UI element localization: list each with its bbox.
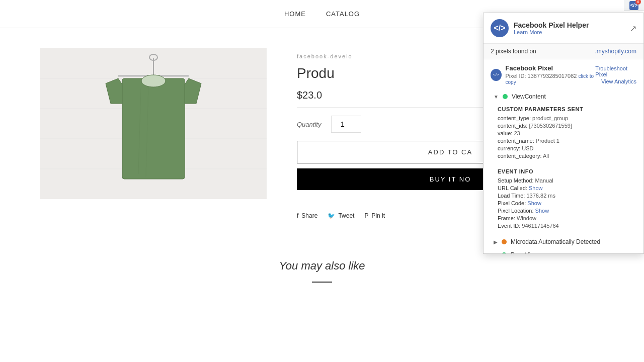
event-id-key: Event ID: [498,223,522,229]
panel-header: </> Facebook Pixel Helper Learn More ↗ [484,13,643,44]
pageview-chevron: ▶ [494,252,498,254]
microdata-chevron: ▶ [494,239,498,245]
tweet-button[interactable]: 🐦 Tweet [328,212,354,219]
event-info-title: EVENT INFO [498,168,636,174]
param-content_ids: content_ids: [7305302671559] [498,123,636,129]
chevron-icon: ▼ [494,94,499,100]
facebook-share-icon: f [297,212,298,219]
pixel-1-view-analytics[interactable]: View Analytics [601,78,636,84]
quantity-label: Quantity [297,121,321,128]
product-image-container [40,48,267,219]
param-content_category: content_category: All [498,153,636,159]
url-called-val[interactable]: Show [529,185,543,191]
panel-title: Facebook Pixel Helper [514,21,589,29]
event-info-event-id: Event ID: 946117145764 [498,223,636,229]
event-info-load-time: Load Time: 1376.82 ms [498,193,636,199]
frame-key: Frame: [498,215,517,221]
learn-more-link[interactable]: Learn More [514,29,589,35]
param-currency: currency: USD [498,145,636,151]
pixel-1-id-text: Pixel ID: 1387793285017082 [506,73,577,79]
pixel-location-val[interactable]: Show [535,208,549,214]
param-key-value: value: [498,130,514,136]
pixel-1-header: </> Facebook Pixel Pixel ID: 13877932850… [484,59,643,90]
section-divider [312,282,332,283]
extension-badge: 6 [635,0,641,5]
event-info-setup-method: Setup Method: Manual [498,177,636,184]
product-image-svg [40,48,267,199]
param-key-content_name: content_name: [498,138,536,144]
param-key-content_category: content_category: [498,153,543,159]
event-info-pixel-location: Pixel Location: Show [498,208,636,214]
share-label: Share [301,212,317,219]
load-time-val: 1376.82 ms [526,193,555,199]
pageview-event-row[interactable]: ▶ PageView [484,248,643,253]
pixel-1-section: </> Facebook Pixel Pixel ID: 13877932850… [484,59,643,253]
panel-header-left: </> Facebook Pixel Helper Learn More [491,19,589,37]
pixels-found-text: 2 pixels found on [491,48,536,55]
setup-method-val: Manual [535,177,553,184]
chrome-extension-bar: </> 6 [624,0,644,11]
frame-val: Window [517,215,536,221]
pixel-location-key: Pixel Location: [498,208,535,214]
pin-button[interactable]: P Pin it [364,212,385,219]
pinterest-icon: P [364,212,368,219]
external-link-icon[interactable]: ↗ [630,24,636,33]
pixel-1-left: </> Facebook Pixel Pixel ID: 13877932850… [491,64,595,85]
extension-icon[interactable]: </> 6 [629,1,638,10]
pageview-dot [502,252,507,253]
twitter-icon: 🐦 [328,212,335,219]
param-val-content_type: product_group [532,115,568,121]
pixel-1-name: Facebook Pixel [506,64,596,72]
share-facebook-button[interactable]: f Share [297,212,317,219]
param-content_type: content_type: product_group [498,115,636,121]
param-key-currency: currency: [498,145,522,151]
nav-home[interactable]: HOME [284,10,306,18]
tweet-label: Tweet [338,212,354,219]
param-key-content_type: content_type: [498,115,532,121]
pixel-1-fb-icon: </> [491,69,502,81]
panel-title-group: Facebook Pixel Helper Learn More [514,21,589,35]
load-time-key: Load Time: [498,193,526,199]
nav-catalog[interactable]: CATALOG [326,10,360,18]
pixel-1-troubleshoot[interactable]: Troubleshoot Pixel [595,65,636,77]
param-key-content_ids: content_ids: [498,123,529,129]
microdata-dot [502,239,507,244]
microdata-label: Microdata Automatically Detected [511,238,600,245]
url-called-key: URL Called: [498,185,529,191]
pixel-1-id: Pixel ID: 1387793285017082 click to copy [506,73,596,85]
quantity-input[interactable] [331,116,361,133]
svg-rect-11 [122,78,185,179]
pixel-1-info: Facebook Pixel Pixel ID: 138779328501708… [506,64,596,85]
setup-method-key: Setup Method: [498,177,535,184]
pageview-label: PageView [511,251,538,253]
param-val-content_name: Product 1 [536,138,559,144]
custom-params-title: CUSTOM PARAMETERS SENT [498,106,636,112]
pixel-code-key: Pixel Code: [498,200,527,206]
param-value: value: 23 [498,130,636,136]
pixel-1-actions: Troubleshoot Pixel View Analytics [595,65,636,84]
pixels-found-domain: .myshopify.com [595,48,636,55]
facebook-pixel-icon: </> [491,19,509,37]
param-val-content_category: All [543,153,549,159]
param-val-currency: USD [522,145,533,151]
event-info-frame: Frame: Window [498,215,636,221]
pixel-code-val[interactable]: Show [527,200,541,206]
event-info-section: EVENT INFO Setup Method: Manual URL Call… [484,165,643,235]
pixel-helper-panel: </> Facebook Pixel Helper Learn More ↗ 2… [483,13,644,254]
pixels-found-bar: 2 pixels found on .myshopify.com [484,44,643,59]
view-content-event-name: ViewContent [512,93,546,100]
param-val-value: 23 [514,130,520,136]
event-info-url-called: URL Called: Show [498,185,636,191]
custom-params-section: CUSTOM PARAMETERS SENT content_type: pro… [484,103,643,165]
microdata-row[interactable]: ▶ Microdata Automatically Detected [484,235,643,248]
panel-body: 2 pixels found on .myshopify.com </> Fac… [484,44,643,253]
event-id-val: 946117145764 [522,223,558,229]
event-info-pixel-code: Pixel Code: Show [498,200,636,206]
svg-point-12 [141,75,166,87]
event-status-dot [503,94,508,99]
param-content_name: content_name: Product 1 [498,138,636,144]
view-content-event-row[interactable]: ▼ ViewContent [484,90,643,103]
pin-label: Pin it [371,212,385,219]
param-val-content_ids: [7305302671559] [529,123,572,129]
